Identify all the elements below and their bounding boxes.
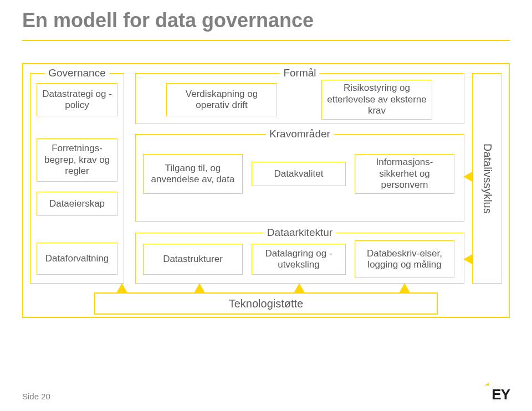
diagram: Governance Formål Kravområder Dataarkite…: [22, 63, 510, 318]
box-structures: Datastrukturer: [143, 244, 243, 275]
group-governance-head: Governance: [45, 67, 109, 79]
box-value: Verdiskapning og operativ drift: [166, 83, 277, 116]
arrow-up-3: [294, 283, 305, 293]
group-formal-head: Formål: [280, 67, 319, 79]
arrow-up-4: [399, 283, 410, 293]
box-concepts: Forretnings-begrep, krav og regler: [37, 138, 117, 182]
arrow-left-2: [463, 254, 473, 265]
box-descriptions: Databeskriv-elser, logging og måling: [355, 240, 454, 278]
arrow-left-1: [463, 171, 473, 182]
ey-logo: EY: [492, 386, 510, 403]
box-access: Tilgang til, og anvendelse av, data: [143, 154, 243, 194]
slide-number: Side 20: [22, 392, 50, 401]
tech-bar: Teknologistøtte: [94, 292, 438, 315]
box-strategy: Datastrategi og -policy: [37, 83, 117, 116]
page-title: En modell for data governance: [22, 9, 510, 32]
box-quality: Datakvalitet: [252, 162, 346, 186]
group-arkitektur-head: Dataarkitektur: [264, 227, 336, 239]
title-underline: [22, 40, 510, 41]
arrow-up-2: [194, 283, 205, 293]
arrow-up-1: [116, 283, 127, 293]
box-security: Informasjons-sikkerhet og personvern: [355, 154, 454, 194]
box-risk: Risikostyring og etterlevelse av ekstern…: [321, 80, 432, 120]
lifecycle-label: Datalivssyklus: [481, 143, 494, 214]
box-mgmt: Dataforvaltning: [37, 243, 117, 275]
lifecycle-box: Datalivssyklus: [472, 73, 502, 284]
group-krav-head: Kravområder: [266, 128, 334, 140]
box-ownership: Dataeierskap: [37, 192, 117, 216]
box-storage: Datalagring og -utveksling: [252, 244, 346, 275]
